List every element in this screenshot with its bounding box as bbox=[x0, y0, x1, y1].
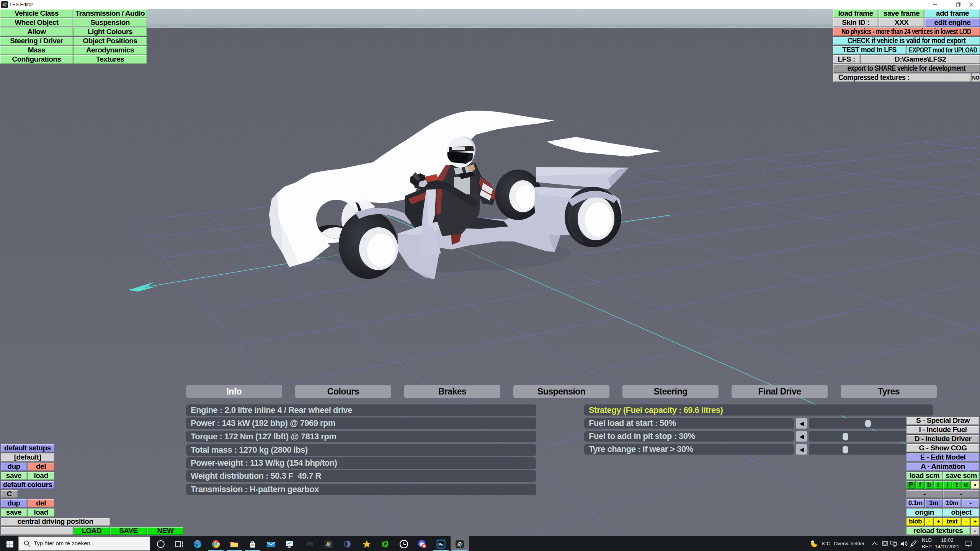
svg-text:Ps: Ps bbox=[438, 542, 443, 547]
